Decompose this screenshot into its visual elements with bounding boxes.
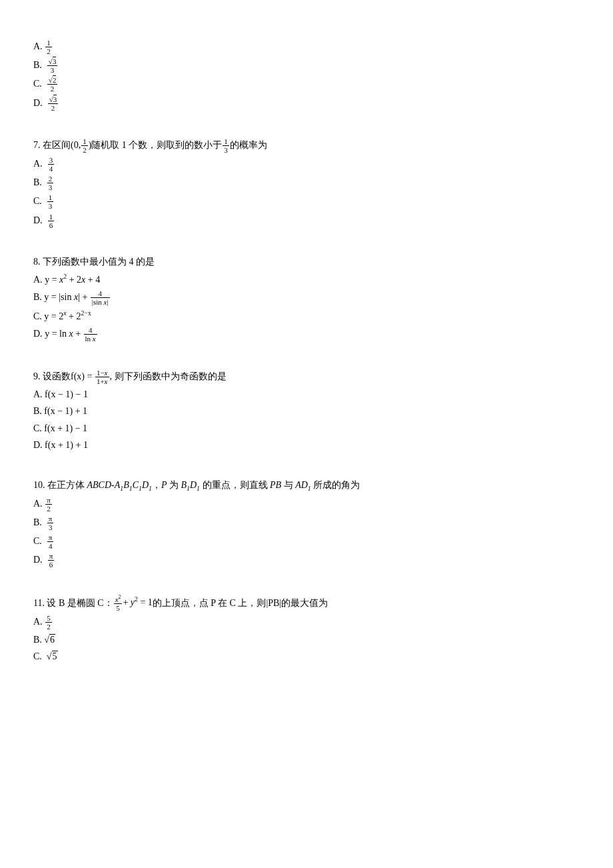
option-d: D. f(x + 1) + 1 bbox=[33, 438, 580, 453]
numerator: 2 bbox=[47, 175, 54, 183]
option-d: D. 16 bbox=[33, 213, 580, 229]
numerator: 1 bbox=[45, 39, 52, 47]
option-a: A. f(x − 1) − 1 bbox=[33, 387, 580, 402]
denominator: 6 bbox=[48, 561, 55, 569]
stem-text: 与 bbox=[281, 480, 295, 490]
question-8: 8. 下列函数中最小值为 4 的是 A. y = x2 + 2x + 4 B. … bbox=[33, 255, 580, 343]
option-c: C. f(x + 1) − 1 bbox=[33, 421, 580, 436]
option-a: A. 34 bbox=[33, 156, 580, 173]
numerator: 1 bbox=[48, 213, 55, 221]
question-7: 7. 在区间(0,12)随机取 1 个数，则取到的数小于13的概率为 A. 34… bbox=[33, 137, 580, 229]
denominator: ln x bbox=[84, 335, 97, 343]
denominator: 2 bbox=[45, 505, 52, 513]
fraction: 13 bbox=[223, 137, 229, 154]
fraction: 13 bbox=[47, 193, 54, 210]
question-10: 10. 在正方体 ABCD-A1B1C1D1，P 为 B1D1 的重点，则直线 … bbox=[33, 478, 580, 569]
option-label: A. bbox=[33, 275, 43, 285]
fraction: √3 3 bbox=[47, 57, 58, 74]
numerator: 1−x bbox=[95, 369, 109, 377]
math-expr: + y2 = 1 bbox=[123, 597, 152, 607]
numerator: π bbox=[47, 515, 54, 523]
option-label: A. bbox=[33, 159, 43, 169]
fraction: π3 bbox=[47, 515, 54, 531]
denominator: 4 bbox=[48, 165, 55, 173]
sqrt-expr: √6 bbox=[44, 634, 55, 645]
line-label: PB bbox=[270, 480, 281, 490]
denominator: 2 bbox=[45, 623, 52, 631]
option-label: D. bbox=[33, 97, 43, 107]
numerator: 4 bbox=[84, 326, 97, 335]
option-label: D. bbox=[33, 215, 43, 225]
option-b: B. √6 bbox=[33, 633, 580, 647]
denominator: 2 bbox=[45, 47, 52, 55]
exponent: x bbox=[63, 309, 66, 317]
denominator: 2 bbox=[47, 85, 58, 93]
option-label: B. bbox=[33, 60, 42, 70]
option-label: D. bbox=[33, 555, 43, 565]
stem-text: )随机取 1 个数，则取到的数小于 bbox=[89, 140, 223, 150]
math-expr: y = ln x + bbox=[45, 329, 83, 339]
option-label: C. bbox=[33, 536, 42, 546]
line-label: AD1 bbox=[295, 480, 311, 490]
numerator: x2 bbox=[114, 595, 123, 604]
option-b: B. π3 bbox=[33, 515, 580, 531]
denominator: 3 bbox=[223, 146, 229, 154]
stem-text: , 则下列函数中为奇函数的是 bbox=[110, 371, 227, 381]
fraction: 34 bbox=[48, 156, 55, 173]
option-d: D. π6 bbox=[33, 552, 580, 569]
cube-label: ABCD bbox=[87, 480, 112, 490]
fraction: 16 bbox=[48, 213, 55, 229]
option-b: B. √3 3 bbox=[33, 57, 580, 74]
option-label: C. bbox=[33, 651, 42, 661]
numerator: √3 bbox=[47, 57, 58, 66]
fraction: 1−x1+x bbox=[95, 369, 109, 385]
option-b: B. f(x − 1) + 1 bbox=[33, 404, 580, 419]
numerator: π bbox=[45, 496, 52, 505]
denominator: 2 bbox=[48, 104, 59, 112]
fraction: π4 bbox=[47, 533, 54, 550]
fraction: π6 bbox=[48, 552, 55, 569]
numerator: 1 bbox=[47, 193, 54, 202]
option-a: A. π2 bbox=[33, 496, 580, 513]
denominator: 3 bbox=[47, 66, 58, 74]
stem-text: 11. 设 B 是椭圆 C： bbox=[33, 597, 113, 607]
denominator: 5 bbox=[114, 604, 123, 612]
numerator: π bbox=[48, 552, 55, 561]
fraction: 23 bbox=[47, 175, 54, 191]
question-stem: 10. 在正方体 ABCD-A1B1C1D1，P 为 B1D1 的重点，则直线 … bbox=[33, 478, 580, 493]
option-c: C. √5 bbox=[33, 649, 580, 664]
stem-text: 所成的角为 bbox=[311, 480, 360, 490]
option-c: C. π4 bbox=[33, 533, 580, 550]
sqrt-expr: √5 bbox=[47, 651, 58, 661]
fraction: 4ln x bbox=[84, 326, 97, 343]
fraction: √3 2 bbox=[48, 95, 59, 112]
numerator: 1 bbox=[223, 137, 229, 146]
fraction: √2 2 bbox=[47, 76, 58, 93]
option-label: C. bbox=[33, 311, 42, 321]
stem-text: ， bbox=[152, 480, 161, 490]
option-label: B. bbox=[33, 517, 42, 527]
option-label: A. bbox=[33, 41, 43, 51]
fraction: 52 bbox=[45, 614, 52, 631]
denominator: 3 bbox=[47, 202, 54, 210]
option-a: A. 52 bbox=[33, 614, 580, 631]
question-6-options: A. 1 2 B. √3 3 C. √2 2 D. √3 2 bbox=[33, 39, 580, 112]
denominator: 6 bbox=[48, 221, 55, 229]
cube-label: A1B1C1D1 bbox=[115, 480, 152, 490]
denominator: 2 bbox=[81, 146, 88, 154]
option-label: B. bbox=[33, 635, 42, 645]
exponent: 2−x bbox=[81, 309, 91, 317]
denominator: |sin x| bbox=[91, 298, 110, 306]
stem-text: 10. 在正方体 bbox=[33, 480, 87, 490]
option-c: C. √2 2 bbox=[33, 76, 580, 93]
question-9: 9. 设函数f(x) = 1−x1+x, 则下列函数中为奇函数的是 A. f(x… bbox=[33, 369, 580, 453]
point-label: P bbox=[161, 480, 167, 490]
math-expr: y = x2 + 2x + 4 bbox=[45, 275, 100, 285]
stem-text: 7. 在区间(0, bbox=[33, 140, 81, 150]
option-label: C. bbox=[33, 79, 42, 89]
option-b: B. y = |sin x| + 4|sin x| bbox=[33, 289, 580, 306]
question-stem: 9. 设函数f(x) = 1−x1+x, 则下列函数中为奇函数的是 bbox=[33, 369, 580, 385]
diagonal-label: B1D1 bbox=[181, 480, 201, 490]
numerator: 3 bbox=[48, 156, 55, 165]
question-stem: 11. 设 B 是椭圆 C：x25+ y2 = 1的上顶点，点 P 在 C 上，… bbox=[33, 595, 580, 612]
